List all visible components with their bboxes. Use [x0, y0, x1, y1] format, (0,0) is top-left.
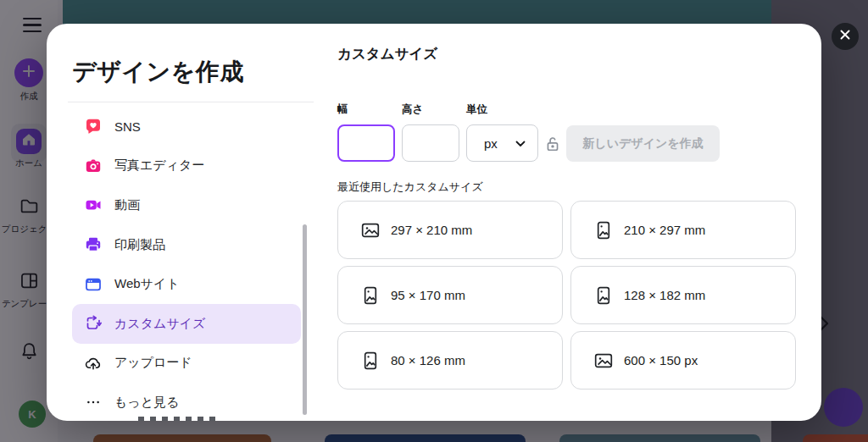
- category-item-custom-size[interactable]: カスタムサイズ: [72, 304, 301, 344]
- recent-size-card[interactable]: 297 × 210 mm: [337, 201, 563, 259]
- image-portrait-icon: [360, 285, 381, 306]
- create-design-button[interactable]: 新しいデザインを作成: [566, 125, 720, 162]
- size-label: 95 × 170 mm: [391, 288, 465, 302]
- category-item-see-more[interactable]: もっと見る: [68, 383, 314, 421]
- clipped-list-item-fragment: [138, 417, 220, 421]
- recent-size-card[interactable]: 210 × 297 mm: [570, 201, 796, 259]
- category-label: Webサイト: [114, 276, 180, 292]
- category-label: アップロード: [114, 355, 192, 371]
- close-icon: [839, 29, 851, 44]
- image-landscape-icon: [593, 351, 614, 371]
- category-item-upload[interactable]: アップロード: [68, 344, 314, 384]
- height-label: 高さ: [402, 102, 423, 117]
- recent-sizes-grid: 297 × 210 mm 210 × 297 mm 95 × 170 mm 12…: [337, 201, 796, 390]
- category-label: 動画: [114, 197, 140, 213]
- create-design-modal: デザインを作成 SNS 写真エディター 動画 印刷製品: [47, 24, 821, 421]
- size-label: 600 × 150 px: [624, 353, 698, 367]
- category-label: 印刷製品: [114, 237, 165, 253]
- cloud-upload-icon: [85, 355, 102, 372]
- category-item-photo-editor[interactable]: 写真エディター: [68, 146, 314, 186]
- close-button[interactable]: [832, 23, 859, 50]
- category-label: SNS: [114, 119, 141, 134]
- recent-size-card[interactable]: 600 × 150 px: [570, 331, 796, 390]
- category-label: 写真エディター: [114, 157, 204, 174]
- printer-icon: [85, 236, 102, 253]
- category-item-print[interactable]: 印刷製品: [68, 225, 314, 265]
- list-scrollbar[interactable]: [303, 224, 307, 415]
- video-icon: [85, 196, 102, 213]
- size-label: 297 × 210 mm: [391, 223, 472, 237]
- modal-title: デザインを作成: [72, 56, 244, 88]
- browser-icon: [85, 276, 102, 293]
- resize-icon: [85, 315, 102, 332]
- recent-size-card[interactable]: 128 × 182 mm: [570, 266, 796, 324]
- width-input[interactable]: [337, 124, 395, 162]
- recent-size-card[interactable]: 80 × 126 mm: [337, 331, 563, 390]
- size-label: 128 × 182 mm: [624, 288, 705, 302]
- more-dots-icon: [85, 394, 102, 411]
- recent-size-card[interactable]: 95 × 170 mm: [337, 266, 563, 324]
- size-label: 210 × 297 mm: [624, 223, 705, 237]
- category-item-sns[interactable]: SNS: [68, 107, 314, 146]
- chevron-down-icon: [515, 135, 526, 151]
- size-label: 80 × 126 mm: [391, 353, 465, 367]
- camera-icon: [85, 157, 102, 174]
- width-label: 幅: [337, 102, 348, 117]
- panel-heading: カスタムサイズ: [337, 45, 437, 64]
- unlock-icon[interactable]: [545, 135, 560, 152]
- category-label: カスタムサイズ: [114, 316, 205, 332]
- design-type-list: SNS 写真エディター 動画 印刷製品 Webサイト: [68, 102, 314, 421]
- category-label: もっと見る: [114, 395, 179, 411]
- image-portrait-icon: [593, 220, 614, 240]
- image-landscape-icon: [360, 220, 381, 240]
- unit-value: px: [484, 136, 498, 151]
- height-input[interactable]: [402, 124, 459, 162]
- unit-label: 単位: [466, 102, 487, 117]
- recent-sizes-heading: 最近使用したカスタムサイズ: [337, 180, 483, 195]
- image-portrait-icon: [360, 351, 381, 371]
- category-item-video[interactable]: 動画: [68, 185, 314, 225]
- unit-select[interactable]: px: [466, 124, 538, 162]
- category-item-website[interactable]: Webサイト: [68, 264, 314, 304]
- sns-heart-icon: [85, 118, 102, 135]
- image-portrait-icon: [593, 285, 614, 306]
